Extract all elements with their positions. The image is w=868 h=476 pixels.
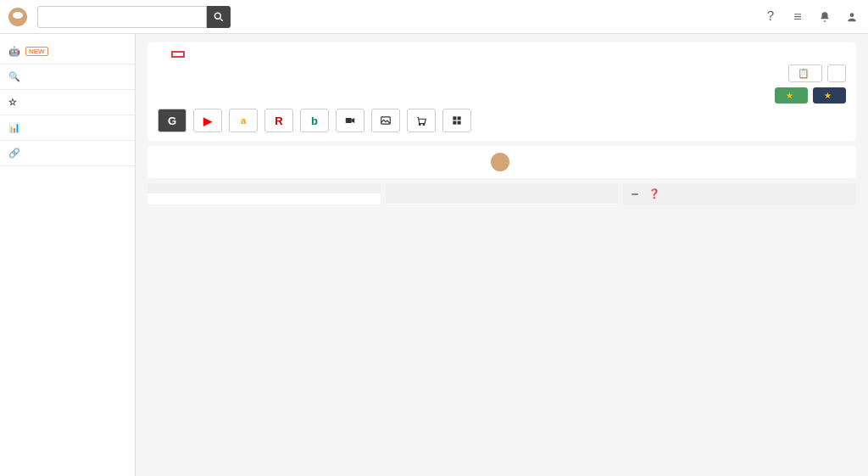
engine-bing[interactable]: b xyxy=(300,109,329,132)
side-header-rel: 🔗 xyxy=(0,144,135,162)
engine-shopping[interactable] xyxy=(407,109,436,132)
engine-rakuten[interactable]: R xyxy=(264,109,293,132)
search-wrap xyxy=(37,6,231,28)
header-right: ？ ≡ xyxy=(763,9,860,25)
svg-rect-6 xyxy=(453,116,456,120)
sidebar: 🤖 NEW 🔍 ☆ 📊 🔗 xyxy=(0,34,136,476)
svg-point-1 xyxy=(850,13,854,17)
more-keywords-button[interactable]: ★ xyxy=(775,87,808,104)
logo-icon xyxy=(8,8,27,26)
engine-tabs: G ▶ a R b xyxy=(158,109,846,132)
col2-header-a xyxy=(386,183,619,193)
svg-point-4 xyxy=(419,124,420,126)
engine-video[interactable] xyxy=(336,109,364,132)
engine-youtube[interactable]: ▶ xyxy=(193,109,222,132)
column-suggest-ab xyxy=(386,183,619,204)
menu-icon[interactable]: ≡ xyxy=(790,9,805,25)
svg-rect-2 xyxy=(346,118,352,123)
engine-image[interactable] xyxy=(371,109,400,132)
bell-icon[interactable] xyxy=(817,9,832,25)
help-icon[interactable]: ？ xyxy=(763,9,778,25)
user-icon[interactable] xyxy=(844,9,860,25)
brand-logo[interactable] xyxy=(8,8,31,26)
engine-apps[interactable] xyxy=(442,109,471,132)
svg-rect-8 xyxy=(453,121,456,125)
search-input[interactable] xyxy=(37,6,207,28)
copy-all-button[interactable]: 📋 xyxy=(788,64,822,82)
col3-header: ❓ xyxy=(623,183,856,204)
monthly-button[interactable]: ★ xyxy=(813,87,846,104)
main-content: 📋 ★ ★ G ▶ a R b xyxy=(136,34,868,476)
promo-banner[interactable] xyxy=(147,146,856,178)
col2-header-b xyxy=(386,193,619,204)
engine-google[interactable]: G xyxy=(158,109,186,132)
svg-rect-7 xyxy=(458,116,461,120)
promo-icon xyxy=(491,153,509,171)
svg-point-5 xyxy=(423,124,425,126)
search-button[interactable] xyxy=(207,6,231,28)
side-header-comp: ☆ xyxy=(0,93,135,111)
side-header-market: 📊 xyxy=(0,119,135,137)
hit-badge xyxy=(171,51,185,58)
side-header-ai: 🤖 NEW xyxy=(0,42,135,60)
svg-point-0 xyxy=(214,13,220,19)
side-header-deep: 🔍 xyxy=(0,68,135,86)
csv-button[interactable] xyxy=(827,64,846,82)
col1-header xyxy=(147,183,381,193)
column-ads: ❓ xyxy=(623,183,856,204)
top-header: ？ ≡ xyxy=(0,0,868,34)
svg-rect-9 xyxy=(458,121,461,125)
column-suggest-main xyxy=(147,183,381,204)
search-icon xyxy=(213,11,225,23)
engine-amazon[interactable]: a xyxy=(229,109,258,132)
